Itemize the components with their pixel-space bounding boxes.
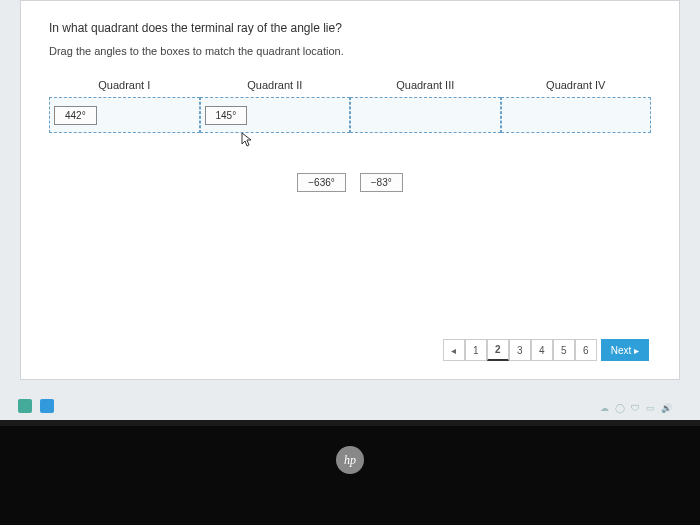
tray-icon-sound[interactable]: 🔊 xyxy=(661,403,672,413)
taskbar-left xyxy=(18,399,54,413)
quadrant-2-label: Quadrant II xyxy=(247,79,302,91)
quadrant-1-label: Quadrant I xyxy=(98,79,150,91)
quadrant-3-label: Quadrant III xyxy=(396,79,454,91)
angle-tile-442[interactable]: 442° xyxy=(54,106,97,125)
hp-logo: hp xyxy=(336,446,364,474)
pager-page-3[interactable]: 3 xyxy=(509,339,531,361)
angle-pool: −636° −83° xyxy=(49,173,651,192)
angle-tile-neg83[interactable]: −83° xyxy=(360,173,403,192)
quadrant-2-dropzone[interactable]: 145° xyxy=(200,97,351,133)
quadrant-3-col: Quadrant III xyxy=(350,79,501,133)
quadrant-row: Quadrant I 442° Quadrant II 145° Quadran… xyxy=(49,79,651,133)
quadrant-3-dropzone[interactable] xyxy=(350,97,501,133)
quadrant-4-dropzone[interactable] xyxy=(501,97,652,133)
pager-prev-button[interactable]: ◂ xyxy=(443,339,465,361)
tray-icon-cloud[interactable]: ☁ xyxy=(600,403,609,413)
pager-page-5[interactable]: 5 xyxy=(553,339,575,361)
tray-icon-circle[interactable]: ◯ xyxy=(615,403,625,413)
system-tray: ☁ ◯ 🛡 ▭ 🔊 xyxy=(600,403,672,413)
pager-page-4[interactable]: 4 xyxy=(531,339,553,361)
taskbar-icon-2[interactable] xyxy=(40,399,54,413)
pager-page-1[interactable]: 1 xyxy=(465,339,487,361)
pager-page-2[interactable]: 2 xyxy=(487,339,509,361)
pager-next-button[interactable]: Next ▸ xyxy=(601,339,649,361)
quadrant-2-col: Quadrant II 145° xyxy=(200,79,351,133)
pagination: ◂ 1 2 3 4 5 6 Next ▸ xyxy=(443,339,649,361)
tray-icon-shield[interactable]: 🛡 xyxy=(631,403,640,413)
quadrant-4-col: Quadrant IV xyxy=(501,79,652,133)
angle-tile-neg636[interactable]: −636° xyxy=(297,173,346,192)
angle-tile-145[interactable]: 145° xyxy=(205,106,248,125)
instruction-text: Drag the angles to the boxes to match th… xyxy=(49,45,651,57)
taskbar-icon-1[interactable] xyxy=(18,399,32,413)
question-text: In what quadrant does the terminal ray o… xyxy=(49,21,651,35)
laptop-bezel: hp xyxy=(0,420,700,525)
quadrant-1-dropzone[interactable]: 442° xyxy=(49,97,200,133)
quadrant-4-label: Quadrant IV xyxy=(546,79,605,91)
cursor-icon xyxy=(241,132,253,151)
quadrant-1-col: Quadrant I 442° xyxy=(49,79,200,133)
pager-page-6[interactable]: 6 xyxy=(575,339,597,361)
exercise-panel: In what quadrant does the terminal ray o… xyxy=(20,0,680,380)
tray-icon-battery[interactable]: ▭ xyxy=(646,403,655,413)
